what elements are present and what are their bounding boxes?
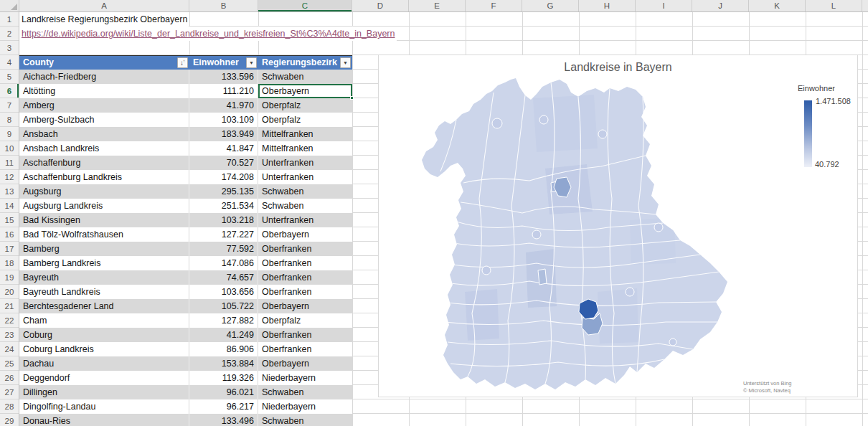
column-header-k[interactable]: K bbox=[749, 0, 806, 11]
row-header-29[interactable]: 29 bbox=[0, 414, 19, 426]
column-header-e[interactable]: E bbox=[409, 0, 466, 11]
table-cell[interactable]: 133.496 bbox=[189, 414, 258, 426]
table-cell[interactable]: Oberpfalz bbox=[258, 313, 352, 328]
row-header-1[interactable]: 1 bbox=[0, 12, 19, 27]
table-cell[interactable]: 103.218 bbox=[189, 213, 258, 227]
table-cell[interactable]: Unterfranken bbox=[258, 170, 352, 184]
row-header-25[interactable]: 25 bbox=[0, 356, 19, 371]
table-cell[interactable]: 96.021 bbox=[189, 385, 258, 399]
row-header-27[interactable]: 27 bbox=[0, 385, 19, 399]
table-cell[interactable]: Coburg bbox=[19, 328, 189, 342]
row-header-6[interactable]: 6 bbox=[0, 84, 19, 98]
table-cell[interactable]: Dillingen bbox=[19, 385, 189, 399]
table-cell[interactable]: Oberfranken bbox=[258, 328, 352, 342]
row-header-28[interactable]: 28 bbox=[0, 399, 19, 414]
row-header-16[interactable]: 16 bbox=[0, 227, 19, 242]
table-cell[interactable]: 103.109 bbox=[189, 113, 258, 127]
row-header-3[interactable]: 3 bbox=[0, 41, 19, 55]
column-header-regierungsbezirk[interactable]: Regierungsbezirk ▼ bbox=[258, 56, 352, 70]
row-header-18[interactable]: 18 bbox=[0, 256, 19, 270]
table-cell[interactable]: Dachau bbox=[19, 356, 189, 371]
table-cell[interactable]: 41.249 bbox=[189, 328, 258, 342]
sort-filter-button[interactable]: ↓↑ bbox=[177, 57, 188, 68]
table-cell[interactable]: 127.227 bbox=[189, 227, 258, 242]
table-cell[interactable]: Aschaffenburg bbox=[19, 156, 189, 170]
row-header-10[interactable]: 10 bbox=[0, 141, 19, 156]
table-cell[interactable]: 147.086 bbox=[189, 256, 258, 270]
column-header-j[interactable]: J bbox=[692, 0, 749, 11]
row-header-22[interactable]: 22 bbox=[0, 313, 19, 328]
table-cell[interactable]: Oberfranken bbox=[258, 342, 352, 356]
row-header-23[interactable]: 23 bbox=[0, 328, 19, 342]
row-header-19[interactable]: 19 bbox=[0, 270, 19, 285]
table-cell[interactable]: Oberfranken bbox=[258, 256, 352, 270]
row-header-14[interactable]: 14 bbox=[0, 199, 19, 213]
column-header-c[interactable]: C bbox=[258, 0, 352, 11]
table-cell[interactable]: 86.906 bbox=[189, 342, 258, 356]
table-cell[interactable]: Aschaffenburg Landkreis bbox=[19, 170, 189, 184]
row-header-26[interactable]: 26 bbox=[0, 371, 19, 385]
table-cell[interactable]: 153.884 bbox=[189, 356, 258, 371]
table-cell[interactable]: Schwaben bbox=[258, 414, 352, 426]
column-header-g[interactable]: G bbox=[522, 0, 579, 11]
table-cell[interactable]: Bayreuth Landkreis bbox=[19, 285, 189, 299]
row-header-20[interactable]: 20 bbox=[0, 285, 19, 299]
filter-dropdown-button[interactable]: ▼ bbox=[340, 57, 351, 68]
table-cell[interactable]: 111.210 bbox=[189, 84, 258, 98]
column-header-b[interactable]: B bbox=[189, 0, 258, 11]
table-cell[interactable]: Cham bbox=[19, 313, 189, 328]
table-cell[interactable]: Aichach-Friedberg bbox=[19, 70, 189, 84]
table-cell[interactable]: 105.722 bbox=[189, 299, 258, 313]
table-cell[interactable]: Dingolfing-Landau bbox=[19, 399, 189, 414]
table-cell[interactable]: Ansbach bbox=[19, 127, 189, 141]
table-cell[interactable]: Oberpfalz bbox=[258, 113, 352, 127]
row-header-15[interactable]: 15 bbox=[0, 213, 19, 227]
table-cell[interactable]: Niederbayern bbox=[258, 371, 352, 385]
table-cell[interactable]: Mittelfranken bbox=[258, 141, 352, 156]
table-cell[interactable]: Schwaben bbox=[258, 385, 352, 399]
row-header-12[interactable]: 12 bbox=[0, 170, 19, 184]
table-cell[interactable]: Bamberg Landkreis bbox=[19, 256, 189, 270]
column-header-a[interactable]: A bbox=[19, 0, 189, 11]
select-all-corner[interactable] bbox=[0, 0, 19, 11]
table-cell[interactable]: 77.592 bbox=[189, 242, 258, 256]
column-header-d[interactable]: D bbox=[352, 0, 409, 11]
table-cell[interactable]: 41.970 bbox=[189, 98, 258, 113]
table-cell[interactable]: 133.596 bbox=[189, 70, 258, 84]
sheet-grid[interactable]: Landkreise Regierungsbezirk Oberbayern h… bbox=[19, 12, 868, 426]
row-header-2[interactable]: 2 bbox=[0, 27, 19, 41]
table-cell[interactable]: Berchtesgadener Land bbox=[19, 299, 189, 313]
table-cell[interactable]: Oberpfalz bbox=[258, 98, 352, 113]
table-cell[interactable]: Amberg-Sulzbach bbox=[19, 113, 189, 127]
table-cell[interactable]: 41.847 bbox=[189, 141, 258, 156]
table-cell[interactable]: Oberbayern bbox=[258, 356, 352, 371]
row-header-13[interactable]: 13 bbox=[0, 184, 19, 199]
table-cell[interactable]: 251.534 bbox=[189, 199, 258, 213]
table-cell[interactable]: 96.217 bbox=[189, 399, 258, 414]
cell-hyperlink[interactable]: https://de.wikipedia.org/wiki/Liste_der_… bbox=[19, 27, 397, 41]
table-cell[interactable]: Augsburg bbox=[19, 184, 189, 199]
cell-title[interactable]: Landkreise Regierungsbezirk Oberbayern bbox=[19, 12, 189, 27]
table-cell[interactable]: Oberfranken bbox=[258, 242, 352, 256]
table-cell[interactable]: Oberbayern bbox=[258, 84, 352, 98]
row-header-4[interactable]: 4 bbox=[0, 55, 19, 70]
table-cell[interactable]: Bad Kissingen bbox=[19, 213, 189, 227]
table-cell[interactable]: 183.949 bbox=[189, 127, 258, 141]
row-header-24[interactable]: 24 bbox=[0, 342, 19, 356]
table-cell[interactable]: Schwaben bbox=[258, 70, 352, 84]
filter-dropdown-button[interactable]: ▼ bbox=[246, 57, 257, 68]
table-cell[interactable]: 70.527 bbox=[189, 156, 258, 170]
column-header-i[interactable]: I bbox=[636, 0, 692, 11]
column-header-h[interactable]: H bbox=[579, 0, 636, 11]
table-cell[interactable]: Augsburg Landkreis bbox=[19, 199, 189, 213]
table-cell[interactable]: Amberg bbox=[19, 98, 189, 113]
row-header-7[interactable]: 7 bbox=[0, 98, 19, 113]
table-cell[interactable]: Niederbayern bbox=[258, 399, 352, 414]
row-header-21[interactable]: 21 bbox=[0, 299, 19, 313]
column-header-einwohner[interactable]: Einwohner ▼ bbox=[189, 56, 258, 70]
row-header-8[interactable]: 8 bbox=[0, 113, 19, 127]
table-cell[interactable]: Oberfranken bbox=[258, 270, 352, 285]
table-cell[interactable]: Unterfranken bbox=[258, 156, 352, 170]
table-cell[interactable]: Donau-Ries bbox=[19, 414, 189, 426]
table-cell[interactable]: 103.656 bbox=[189, 285, 258, 299]
